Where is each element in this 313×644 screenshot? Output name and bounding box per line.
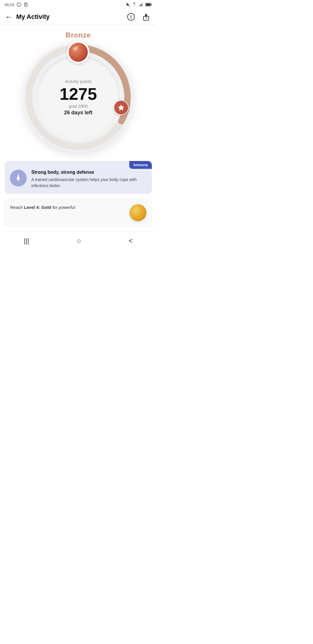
svg-rect-12 [146,3,150,6]
signal-icon [139,2,144,7]
svg-text:i: i [130,15,132,19]
svg-rect-9 [141,3,142,6]
star-icon [117,104,125,111]
card-body: Strong body, strong defense A trained ca… [10,170,147,189]
svg-point-20 [18,175,19,176]
status-bar: 00:23 i [0,0,156,9]
share-icon [142,13,150,21]
nav-actions: i [126,12,151,22]
card-description: A trained cardiovascular system helps yo… [31,177,147,189]
status-time: 00:23 [5,3,14,7]
svg-text:i: i [19,3,19,6]
menu-button[interactable]: ||| [18,235,35,247]
card-text: Strong body, strong defense A trained ca… [31,170,147,189]
next-level-text: Reach Level 4: Gold for powerful [10,204,125,211]
tier-gem-badge [67,41,90,64]
back-button[interactable]: ← [5,12,13,21]
page-title: My Activity [16,13,126,21]
next-level-label: Level 4: Gold [24,205,51,210]
svg-rect-10 [142,3,143,6]
immune-badge: immune [129,161,152,169]
status-icons [126,2,152,7]
next-level-card: Reach Level 4: Gold for powerful [5,199,152,227]
info-card: immune Strong body, strong defense A tra… [5,161,152,194]
info-button[interactable]: i [126,12,136,22]
activity-goal: goal 3900 [69,104,88,108]
tier-label: Bronze [5,31,152,39]
activity-points-value: 1275 [59,86,97,102]
star-badge [114,100,129,115]
clipboard-icon [23,2,28,7]
mute-icon [126,2,130,7]
person-accessibility-icon [14,174,23,182]
gold-icon [130,204,146,221]
circle-background: Activity points 1275 goal 3900 26 days l… [23,42,133,152]
wifi-icon [132,2,137,7]
card-icon-circle [10,170,27,187]
svg-rect-8 [141,4,141,6]
svg-rect-13 [151,4,152,5]
gem-visual [69,43,88,62]
activity-circle: Activity points 1275 goal 3900 26 days l… [23,42,133,152]
main-content: Bronze Activity points [0,25,156,227]
activity-points-label: Activity points [65,79,92,84]
bottom-nav: ||| ○ < [0,231,156,252]
circle-inner: Activity points 1275 goal 3900 26 days l… [36,55,120,139]
battery-icon [145,3,152,7]
activity-days-left: 26 days left [64,110,92,116]
share-button[interactable] [141,12,151,22]
home-button[interactable]: ○ [71,235,87,247]
info-status-icon: i [17,2,21,7]
svg-rect-7 [139,5,140,6]
top-nav: ← My Activity i [0,9,156,25]
card-title: Strong body, strong defense [31,170,147,175]
info-icon: i [127,13,135,21]
gold-circle-visual [130,204,146,221]
back-nav-button[interactable]: < [123,235,139,247]
